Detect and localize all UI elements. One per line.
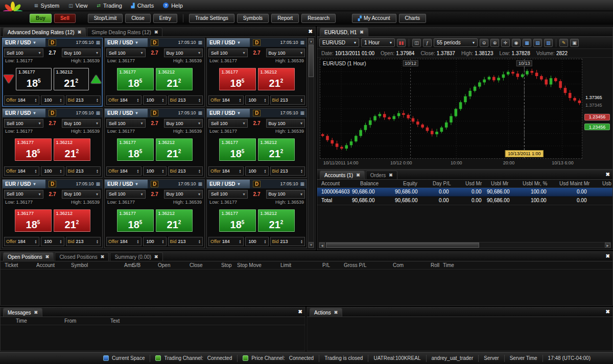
column-header[interactable]: Time <box>443 262 454 268</box>
step-down-icon[interactable]: ▼ <box>60 100 62 102</box>
stepper-icons[interactable]: ▲▼ <box>264 169 267 173</box>
stepper-icons[interactable]: ▲▼ <box>239 169 242 173</box>
report-button[interactable]: Report <box>271 14 299 23</box>
offer-field[interactable]: Offer184▲▼ <box>4 166 39 176</box>
chart-type-icon[interactable]: ▮▮ <box>397 39 406 47</box>
crosshair-icon[interactable]: ✛ <box>501 39 510 47</box>
column-header[interactable]: Usbl Mr <box>491 181 508 186</box>
stepper-icons[interactable]: ▲▼ <box>239 239 242 244</box>
sell-price-button[interactable]: 1.36177185 <box>15 138 52 161</box>
stepper-icons[interactable]: ▲▼ <box>137 239 139 244</box>
vertical-scrollbar[interactable]: ▲ ▼ <box>308 38 314 248</box>
buy-price-button[interactable]: 1.36212212 <box>156 138 193 161</box>
buy-price-button[interactable]: 1.36212212 <box>258 138 295 161</box>
step-down-icon[interactable]: ▼ <box>239 100 242 102</box>
stepper-icons[interactable]: ▲▼ <box>162 169 164 173</box>
stepper-icons[interactable]: ▲▼ <box>198 169 201 173</box>
bid-field[interactable]: Bid213▲▼ <box>66 237 101 246</box>
column-header[interactable]: Usd Maint Mr <box>559 181 590 186</box>
tile-options-icon[interactable]: ▦ <box>300 38 306 47</box>
sell-price-button[interactable]: 1.36177185 <box>219 138 256 161</box>
close-icon[interactable]: ✖ <box>606 309 610 314</box>
column-header[interactable]: P/L <box>322 262 330 268</box>
pair-selector[interactable]: EUR / USD▾ <box>3 38 45 47</box>
buy-amount-select[interactable]: Buy 100▾ <box>266 119 305 128</box>
column-header[interactable]: Equity <box>403 181 417 186</box>
sell-price-button[interactable]: 1.36177185 <box>117 209 154 232</box>
buy-amount-select[interactable]: Buy 100▾ <box>164 190 203 199</box>
step-down-icon[interactable]: ▼ <box>35 241 37 244</box>
stepper-icons[interactable]: ▲▼ <box>264 98 267 102</box>
menu-view[interactable]: ◫View <box>64 0 92 11</box>
step-down-icon[interactable]: ▼ <box>96 100 99 102</box>
column-header[interactable]: Balance <box>360 181 379 186</box>
marker-icon[interactable]: ◉ <box>512 39 521 47</box>
server-label[interactable]: Server <box>484 355 499 361</box>
sell-button[interactable]: Sell <box>54 14 76 23</box>
step-down-icon[interactable]: ▼ <box>60 241 62 244</box>
buy-price-button[interactable]: 1.36212212 <box>156 68 193 90</box>
chart-plot-area[interactable]: EUR/USD (1 Hour) 10/13/2011 1:00 10/1210… <box>320 59 582 159</box>
amount-stepper[interactable]: 100▲▼ <box>143 237 167 246</box>
sell-price-button[interactable]: 1.36177185 <box>16 68 52 90</box>
tab-actions[interactable]: Actions✖ <box>310 308 342 317</box>
tab-orders[interactable]: Orders✖ <box>366 171 397 179</box>
offer-field[interactable]: Offer184▲▼ <box>208 166 244 176</box>
buy-amount-select[interactable]: Buy 100▾ <box>164 119 203 128</box>
stepper-icons[interactable]: ▲▼ <box>198 98 201 102</box>
draw-icon[interactable]: ✎ <box>559 39 568 47</box>
zoom-in-icon[interactable]: ⊕ <box>490 39 499 47</box>
sell-amount-select[interactable]: Sell 100▾ <box>106 48 146 57</box>
scrollbar-thumb[interactable] <box>309 44 314 77</box>
buy-amount-select[interactable]: Buy 100▾ <box>266 190 305 199</box>
column-header[interactable]: Gross P/L <box>344 262 366 268</box>
stepper-icons[interactable]: ▲▼ <box>137 98 139 102</box>
step-down-icon[interactable]: ▼ <box>60 171 62 173</box>
scroll-left-icon[interactable]: ◀ <box>319 242 325 248</box>
column-header[interactable]: Ticket <box>5 262 18 268</box>
offer-field[interactable]: Offer184▲▼ <box>106 166 142 176</box>
tab-chart-eurusd-h1[interactable]: EUR/USD, H1✖ <box>320 28 368 36</box>
sell-price-button[interactable]: 1.36177185 <box>219 209 256 232</box>
tab-advanced-dealing-rates[interactable]: Advanced Dealing Rates (12)✖ <box>3 28 86 36</box>
amount-stepper[interactable]: 100▲▼ <box>41 95 64 105</box>
pair-selector[interactable]: EUR / USD▾ <box>207 109 250 117</box>
menu-help[interactable]: ?Help <box>158 0 187 11</box>
stepper-icons[interactable]: ▲▼ <box>60 239 62 244</box>
column-header[interactable]: Limit <box>280 262 291 268</box>
entry-button[interactable]: Entry <box>153 14 177 23</box>
menu-system[interactable]: ⊞System <box>30 0 64 11</box>
tile-options-icon[interactable]: ▦ <box>96 109 102 117</box>
step-down-icon[interactable]: ▼ <box>198 171 201 173</box>
step-down-icon[interactable]: ▼ <box>264 171 267 173</box>
tile-horizontal-icon[interactable]: ▤ <box>533 39 542 47</box>
close-tab-icon[interactable]: ✖ <box>154 254 158 259</box>
pair-selector[interactable]: EUR / USD▾ <box>207 38 250 47</box>
sell-price-button[interactable]: 1.36177185 <box>117 68 154 90</box>
stepper-icons[interactable]: ▲▼ <box>300 239 303 244</box>
sell-price-button[interactable]: 1.36177185 <box>15 209 52 232</box>
column-header[interactable]: Open <box>158 262 170 268</box>
pair-selector[interactable]: EUR / USD▾ <box>105 38 148 47</box>
tab-messages[interactable]: Messages✖ <box>3 308 42 317</box>
buy-price-button[interactable]: 1.36212212 <box>258 68 295 90</box>
buy-amount-select[interactable]: Buy 100▾ <box>62 190 101 199</box>
step-down-icon[interactable]: ▼ <box>300 241 303 244</box>
column-header[interactable]: Text <box>110 318 120 324</box>
offer-field[interactable]: Offer184▲▼ <box>106 95 142 105</box>
tile-vertical-icon[interactable]: ▥ <box>544 39 553 47</box>
step-down-icon[interactable]: ▼ <box>35 171 37 173</box>
tile-options-icon[interactable]: ▦ <box>198 180 204 188</box>
stepper-icons[interactable]: ▲▼ <box>264 239 267 244</box>
bid-field[interactable]: Bid213▲▼ <box>270 237 305 246</box>
offer-field[interactable]: Offer184▲▼ <box>4 237 39 246</box>
bid-field[interactable]: Bid213▲▼ <box>270 166 305 176</box>
scroll-up-icon[interactable]: ▲ <box>309 38 314 44</box>
column-header[interactable]: Account <box>36 262 55 268</box>
symbol-combo[interactable]: EUR/USD▾ <box>319 38 359 47</box>
step-down-icon[interactable]: ▼ <box>137 171 139 173</box>
bid-field[interactable]: Bid213▲▼ <box>66 166 101 176</box>
stop-limit-button[interactable]: Stop/Limit <box>88 14 123 23</box>
sell-amount-select[interactable]: Sell 100▾ <box>106 119 146 128</box>
stepper-icons[interactable]: ▲▼ <box>239 98 242 102</box>
